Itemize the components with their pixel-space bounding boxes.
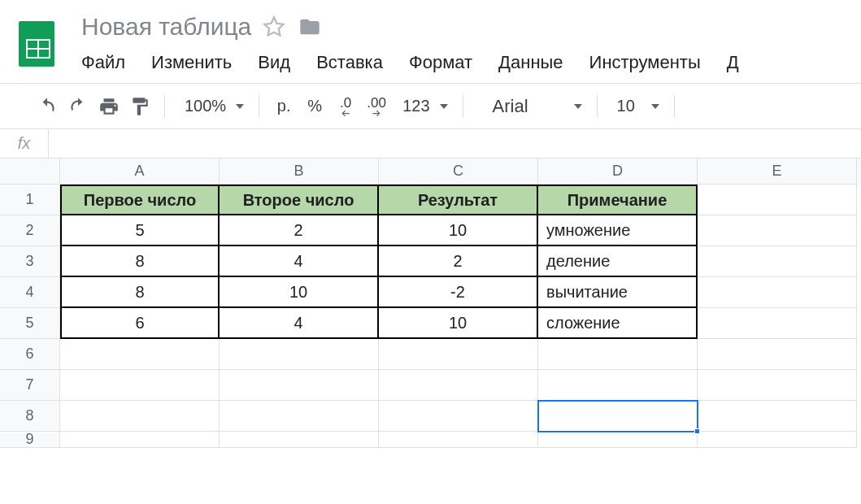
cell-C4[interactable]: -2 xyxy=(379,277,538,308)
cell-E8[interactable] xyxy=(698,401,857,432)
cell-B1[interactable]: Второе число xyxy=(220,185,379,215)
currency-format-button[interactable]: р. xyxy=(269,92,298,121)
cell-A2[interactable]: 5 xyxy=(60,215,220,246)
cell-E3[interactable] xyxy=(698,246,857,277)
decrease-decimal-button[interactable]: .0 xyxy=(331,92,360,121)
menu-file[interactable]: Файл xyxy=(81,49,138,76)
zoom-value: 100% xyxy=(180,97,231,115)
cell-C2[interactable]: 10 xyxy=(379,215,538,246)
cell-D4[interactable]: вычитание xyxy=(538,277,698,308)
cell-A6[interactable] xyxy=(60,339,220,370)
cell-E2[interactable] xyxy=(698,215,857,246)
formula-bar: fx xyxy=(0,129,861,159)
cell-D8[interactable] xyxy=(538,401,698,432)
cell-D2[interactable]: умножение xyxy=(538,215,698,246)
cell-A1[interactable]: Первое число xyxy=(60,185,220,215)
menu-view[interactable]: Вид xyxy=(245,49,303,76)
cell-C9[interactable] xyxy=(379,432,538,448)
cell-D3[interactable]: деление xyxy=(538,246,698,277)
cell-C1[interactable]: Результат xyxy=(379,185,538,215)
cell-E6[interactable] xyxy=(698,339,857,370)
row-header[interactable]: 1 xyxy=(0,185,60,215)
print-button[interactable] xyxy=(94,92,124,121)
cell-A3[interactable]: 8 xyxy=(60,246,220,277)
menu-tools[interactable]: Инструменты xyxy=(576,49,714,76)
column-header[interactable]: C xyxy=(379,159,538,185)
row-header[interactable]: 8 xyxy=(0,401,60,432)
cell-D7[interactable] xyxy=(538,370,698,401)
toolbar: 100% р. % .0 .00 123 Arial 10 xyxy=(0,84,861,129)
star-icon[interactable] xyxy=(263,15,285,38)
font-family-select[interactable]: Arial xyxy=(473,96,587,117)
chevron-down-icon xyxy=(651,104,659,109)
column-header[interactable]: D xyxy=(538,159,698,185)
zoom-select[interactable]: 100% xyxy=(175,97,249,115)
cell-C5[interactable]: 10 xyxy=(379,308,538,339)
cell-D9[interactable] xyxy=(538,432,698,448)
menu-data[interactable]: Данные xyxy=(485,49,576,76)
row-header[interactable]: 4 xyxy=(0,277,60,308)
cell-D5[interactable]: сложение xyxy=(538,308,698,339)
cell-D6[interactable] xyxy=(538,339,698,370)
formula-input[interactable] xyxy=(49,129,861,158)
data-rows: Первое число Второе число Результат Прим… xyxy=(60,185,861,448)
cell-E9[interactable] xyxy=(698,432,857,448)
row-header[interactable]: 7 xyxy=(0,370,60,401)
sheets-logo-wrap xyxy=(0,7,73,67)
cells: A B C D E Первое число Второе число Резу… xyxy=(60,159,861,448)
svg-marker-0 xyxy=(265,17,284,35)
column-header[interactable]: B xyxy=(220,159,379,185)
folder-icon[interactable] xyxy=(297,15,323,38)
cell-A5[interactable]: 6 xyxy=(60,308,220,339)
menu-edit[interactable]: Изменить xyxy=(138,49,245,76)
menu-insert[interactable]: Вставка xyxy=(303,49,396,76)
cell-C6[interactable] xyxy=(379,339,538,370)
cell-E5[interactable] xyxy=(698,308,857,339)
cell-A7[interactable] xyxy=(60,370,220,401)
cell-C8[interactable] xyxy=(379,401,538,432)
row-header[interactable]: 5 xyxy=(0,308,60,339)
cell-B9[interactable] xyxy=(220,432,379,448)
document-title[interactable]: Новая таблица xyxy=(81,13,251,41)
row-header[interactable]: 6 xyxy=(0,339,60,370)
cell-E7[interactable] xyxy=(698,370,857,401)
menu-addons-cut[interactable]: Д xyxy=(714,49,752,76)
fx-icon[interactable]: fx xyxy=(0,129,49,158)
paint-format-button[interactable] xyxy=(125,92,154,121)
cell-A9[interactable] xyxy=(60,432,220,448)
number-format-select[interactable]: 123 xyxy=(393,97,452,115)
menu-format[interactable]: Формат xyxy=(396,49,485,76)
cell-B3[interactable]: 4 xyxy=(220,246,379,277)
cell-B4[interactable]: 10 xyxy=(220,277,379,308)
cell-A4[interactable]: 8 xyxy=(60,277,220,308)
increase-decimal-button[interactable]: .00 xyxy=(362,92,391,121)
row-header[interactable]: 9 xyxy=(0,432,60,448)
cell-B2[interactable]: 2 xyxy=(220,215,379,246)
toolbar-separator xyxy=(597,95,598,118)
cell-E4[interactable] xyxy=(698,277,857,308)
cell-C7[interactable] xyxy=(379,370,538,401)
row-header[interactable]: 2 xyxy=(0,215,60,246)
redo-button[interactable] xyxy=(63,92,93,121)
toolbar-separator xyxy=(463,95,463,118)
cell-B5[interactable]: 4 xyxy=(220,308,379,339)
cell-E1[interactable] xyxy=(698,185,857,215)
column-header[interactable]: A xyxy=(60,159,220,185)
cell-B6[interactable] xyxy=(220,339,379,370)
percent-format-button[interactable]: % xyxy=(300,92,329,121)
select-all-corner[interactable] xyxy=(0,159,60,185)
column-header[interactable]: E xyxy=(698,159,857,185)
selection-handle[interactable] xyxy=(694,428,700,434)
cell-A8[interactable] xyxy=(60,401,220,432)
app-header: Новая таблица Файл Изменить Вид Вставка … xyxy=(0,0,861,84)
font-size-select[interactable]: 10 xyxy=(607,97,664,115)
cell-C3[interactable]: 2 xyxy=(379,246,538,277)
cell-B7[interactable] xyxy=(220,370,379,401)
undo-button[interactable] xyxy=(33,92,62,121)
chevron-down-icon xyxy=(574,104,582,109)
sheets-logo-icon[interactable] xyxy=(19,21,54,67)
row-header[interactable]: 3 xyxy=(0,246,60,277)
cell-B8[interactable] xyxy=(220,401,379,432)
toolbar-separator xyxy=(259,95,259,118)
cell-D1[interactable]: Примечание xyxy=(538,185,698,215)
